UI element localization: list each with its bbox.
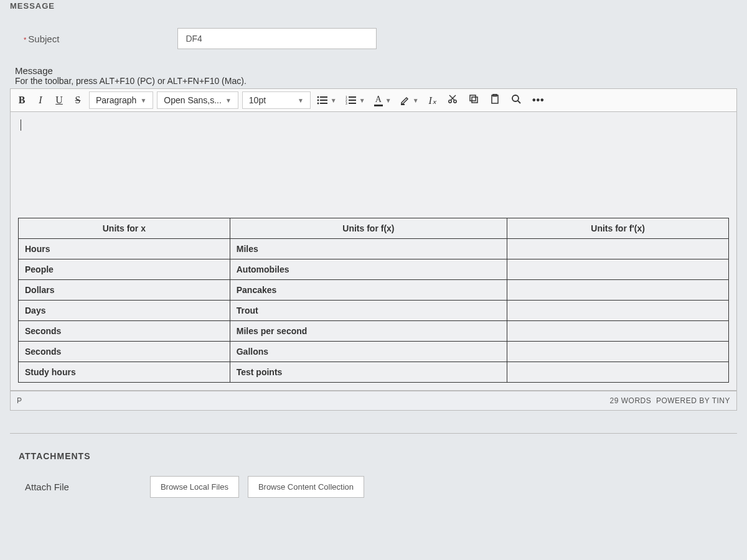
more-icon: ••• (532, 95, 545, 105)
editor-content-area[interactable]: Units for x Units for f(x) Units for f'(… (10, 112, 737, 391)
numbered-list-button[interactable]: 123 ▼ (342, 93, 369, 107)
editor-status-bar: P 29 WORDS POWERED BY TINY (10, 391, 737, 411)
find-button[interactable] (506, 90, 526, 110)
text-cursor (21, 119, 21, 131)
chevron-down-icon: ▼ (359, 97, 365, 104)
table-cell[interactable]: Gallons (230, 342, 507, 362)
word-count[interactable]: 29 WORDS (610, 396, 652, 405)
units-table: Units for x Units for f(x) Units for f'(… (18, 218, 729, 383)
bullet-list-button[interactable]: ▼ (313, 93, 341, 107)
table-cell[interactable]: Miles (230, 239, 507, 259)
svg-rect-12 (401, 104, 405, 105)
table-cell[interactable] (507, 362, 729, 383)
table-cell[interactable] (507, 342, 729, 362)
table-cell[interactable]: Seconds (19, 321, 230, 342)
table-cell[interactable]: Hours (19, 239, 230, 259)
table-header[interactable]: Units for f(x) (230, 218, 507, 239)
cut-button[interactable] (443, 90, 463, 110)
scissors-icon (448, 94, 458, 104)
table-cell[interactable]: Seconds (19, 342, 230, 362)
clipboard-icon (490, 94, 500, 104)
chevron-down-icon: ▼ (413, 97, 419, 104)
table-row: HoursMiles (19, 239, 729, 259)
table-cell[interactable] (507, 321, 729, 342)
table-cell[interactable] (507, 301, 729, 321)
message-label: Message (10, 65, 737, 76)
table-row: Study hoursTest points (19, 362, 729, 383)
powered-by[interactable]: POWERED BY TINY (656, 396, 730, 405)
chevron-down-icon: ▼ (225, 97, 232, 104)
font-size-select[interactable]: 10pt ▼ (242, 91, 311, 109)
bold-button[interactable]: B (13, 91, 31, 110)
highlight-color-button[interactable]: ▼ (397, 93, 423, 108)
svg-rect-5 (320, 103, 327, 104)
table-cell[interactable]: Days (19, 301, 230, 321)
svg-rect-17 (470, 95, 476, 101)
svg-text:3: 3 (345, 101, 347, 105)
svg-rect-18 (472, 97, 477, 103)
attach-file-label: Attach File (25, 482, 69, 492)
message-section-title: MESSAGE (10, 0, 737, 17)
svg-point-4 (317, 103, 319, 105)
underline-button[interactable]: U (50, 91, 68, 110)
table-header[interactable]: Units for x (19, 218, 230, 239)
chevron-down-icon: ▼ (140, 97, 146, 104)
chevron-down-icon: ▼ (298, 97, 304, 104)
clear-formatting-button[interactable]: Iₓ (424, 91, 441, 110)
svg-point-2 (317, 100, 319, 101)
copy-button[interactable] (464, 90, 484, 110)
attachments-section-title: ATTACHMENTS (10, 446, 737, 476)
browse-local-files-button[interactable]: Browse Local Files (150, 476, 239, 498)
subject-label: Subject (24, 34, 59, 44)
block-format-select[interactable]: Paragraph ▼ (89, 91, 153, 109)
table-row: SecondsGallons (19, 342, 729, 362)
svg-rect-3 (320, 100, 327, 101)
table-cell[interactable]: Pancakes (230, 280, 507, 301)
svg-rect-1 (320, 96, 327, 98)
table-row: DaysTrout (19, 301, 729, 321)
more-button[interactable]: ••• (527, 91, 550, 110)
subject-input[interactable] (177, 28, 377, 49)
table-cell[interactable]: Miles per second (230, 321, 507, 342)
table-row: DollarsPancakes (19, 280, 729, 301)
highlighter-icon (400, 95, 410, 105)
svg-point-0 (317, 96, 319, 98)
element-path[interactable]: P (17, 396, 22, 405)
table-header[interactable]: Units for f'(x) (507, 218, 729, 239)
font-size-value: 10pt (249, 95, 266, 105)
table-cell[interactable] (507, 239, 729, 259)
svg-point-21 (512, 95, 519, 101)
table-row: PeopleAutomobiles (19, 259, 729, 280)
browse-content-collection-button[interactable]: Browse Content Collection (248, 476, 364, 498)
paste-button[interactable] (485, 90, 505, 110)
font-family-select[interactable]: Open Sans,s... ▼ (157, 91, 238, 109)
svg-rect-7 (349, 96, 356, 98)
strikethrough-button[interactable]: S (69, 91, 87, 110)
table-cell[interactable]: Study hours (19, 362, 230, 383)
table-cell[interactable] (507, 280, 729, 301)
table-cell[interactable] (507, 259, 729, 280)
font-color-icon: A (374, 95, 383, 106)
editor-toolbar: B I U S Paragraph ▼ Open Sans,s... ▼ 10p… (10, 88, 737, 112)
bullet-list-icon (317, 96, 328, 105)
svg-line-22 (518, 101, 520, 103)
table-cell[interactable]: Trout (230, 301, 507, 321)
font-family-value: Open Sans,s... (164, 95, 222, 105)
table-cell[interactable]: People (19, 259, 230, 280)
table-cell[interactable]: Test points (230, 362, 507, 383)
numbered-list-icon: 123 (345, 96, 357, 105)
table-row: SecondsMiles per second (19, 321, 729, 342)
svg-rect-11 (349, 103, 356, 104)
toolbar-hint: For the toolbar, press ALT+F10 (PC) or A… (10, 76, 737, 86)
search-icon (511, 94, 521, 104)
font-color-button[interactable]: A ▼ (370, 92, 395, 109)
table-cell[interactable]: Automobiles (230, 259, 507, 280)
chevron-down-icon: ▼ (385, 97, 392, 104)
copy-icon (469, 94, 479, 104)
svg-rect-9 (349, 100, 356, 101)
section-divider (10, 433, 737, 434)
table-cell[interactable]: Dollars (19, 280, 230, 301)
block-format-value: Paragraph (96, 95, 136, 105)
italic-button[interactable]: I (32, 91, 49, 110)
chevron-down-icon: ▼ (331, 97, 337, 104)
